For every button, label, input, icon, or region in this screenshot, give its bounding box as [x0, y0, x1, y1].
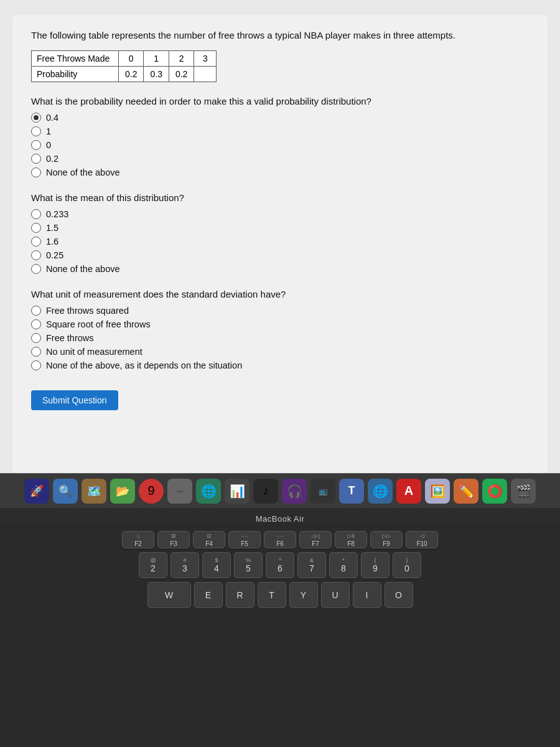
submit-button[interactable]: Submit Question [31, 390, 118, 410]
key-7[interactable]: & 7 [297, 552, 326, 578]
key-f8[interactable]: ▷II F8 [335, 531, 367, 548]
macbook-label: MacBook Air [256, 514, 304, 524]
key-f6[interactable]: ·∴· F6 [264, 531, 296, 548]
dock-icon-camera[interactable]: 🎬 [511, 479, 536, 504]
q1-option-4[interactable]: 0.2 [31, 154, 529, 164]
key-f8-icon: ▷II [347, 533, 355, 539]
q3-option-1[interactable]: Free throws squared [31, 306, 529, 316]
q2-radio-2[interactable] [31, 223, 41, 233]
key-f10[interactable]: ◁ F10 [406, 531, 438, 548]
q3-radio-4[interactable] [31, 347, 41, 357]
dock-area: 🚀 🔍 🗺️ 📂 9 ··· 🌐 📊 ♪ 🎧 📺 T 🌐 A 🖼️ ✏️ ⭕ 🎬… [0, 473, 560, 747]
q2-radio-1[interactable] [31, 209, 41, 219]
q3-radio-3[interactable] [31, 333, 41, 343]
q3-label-5: None of the above, as it depends on the … [46, 360, 242, 370]
dock-icon-image[interactable]: 🖼️ [425, 479, 450, 504]
q2-radio-5[interactable] [31, 264, 41, 274]
q3-option-5[interactable]: None of the above, as it depends on the … [31, 360, 529, 370]
q1-option-5[interactable]: None of the above [31, 167, 529, 177]
dock-icon-music-note[interactable]: ♪ [253, 479, 278, 504]
key-0[interactable]: ) 0 [393, 552, 421, 578]
q2-option-4[interactable]: 0.25 [31, 250, 529, 260]
table-prob-2: 0.2 [169, 67, 194, 82]
key-2[interactable]: @ 2 [139, 552, 167, 578]
fn-row: ☼ F2 ⊞ F3 ⊟ F4 ·∴· F5 ·∴· F6 ◁◁ F7 [12, 531, 548, 548]
dock-icon-globe2[interactable]: 🌐 [368, 479, 393, 504]
q1-option-2[interactable]: 1 [31, 126, 529, 136]
key-6[interactable]: ^ 6 [266, 552, 294, 578]
q3-option-2[interactable]: Square root of free throws [31, 319, 529, 329]
q2-option-5[interactable]: None of the above [31, 264, 529, 274]
key-4[interactable]: $ 4 [202, 552, 231, 578]
key-f5[interactable]: ·∴· F5 [228, 531, 261, 548]
key-f10-icon: ◁ [420, 533, 424, 539]
q3-option-3[interactable]: Free throws [31, 333, 529, 343]
dock-icon-headphones[interactable]: 🎧 [282, 479, 307, 504]
probability-table: Free Throws Made 0 1 2 3 Probability 0.2… [31, 50, 217, 82]
key-5[interactable]: % 5 [234, 552, 263, 578]
dock-icon-num[interactable]: 9 [139, 479, 164, 504]
key-f4[interactable]: ⊟ F4 [193, 531, 225, 548]
dock-icon-pen[interactable]: ✏️ [454, 479, 478, 504]
key-f7[interactable]: ◁◁ F7 [299, 531, 332, 548]
key-W[interactable]: W [147, 582, 191, 608]
key-f9[interactable]: ▷▷ F9 [370, 531, 403, 548]
key-Y[interactable]: Y [289, 582, 318, 608]
dock-icon-photo[interactable]: 🗺️ [82, 479, 106, 504]
q3-radio-1[interactable] [31, 306, 41, 316]
q1-option-1[interactable]: 0.4 [31, 113, 529, 123]
key-f3[interactable]: ⊞ F3 [157, 531, 190, 548]
key-8[interactable]: * 8 [329, 552, 358, 578]
key-f2[interactable]: ☼ F2 [122, 531, 154, 548]
key-T[interactable]: T [258, 582, 286, 608]
key-9[interactable]: ( 9 [361, 552, 390, 578]
num-row: @ 2 # 3 $ 4 % 5 ^ 6 & 7 [12, 552, 548, 578]
dock-icon-finder[interactable]: 🔍 [53, 479, 78, 504]
key-f3-label: F3 [170, 540, 177, 547]
key-f4-label: F4 [205, 540, 213, 547]
key-0-top: ) [406, 557, 408, 563]
key-6-top: ^ [279, 557, 281, 563]
q2-radio-4[interactable] [31, 250, 41, 260]
key-f8-label: F8 [347, 540, 355, 547]
key-f6-icon: ·∴· [276, 533, 283, 539]
dock-icon-earth[interactable]: 🌐 [196, 479, 221, 504]
key-2-top: @ [150, 557, 156, 563]
question-3: What unit of measurement does the standa… [31, 289, 529, 370]
q2-option-2[interactable]: 1.5 [31, 223, 529, 233]
key-9-bottom: 9 [373, 563, 378, 573]
table-row-label: Probability [32, 67, 119, 82]
q3-radio-2[interactable] [31, 319, 41, 329]
key-R[interactable]: R [226, 582, 254, 608]
q2-option-1[interactable]: 0.233 [31, 209, 529, 219]
dock-icon-rocket[interactable]: 🚀 [24, 479, 49, 504]
q1-radio-5[interactable] [31, 167, 41, 177]
dock-icon-T[interactable]: T [339, 479, 364, 504]
q1-radio-3[interactable] [31, 140, 41, 150]
q2-option-3[interactable]: 1.6 [31, 237, 529, 247]
q2-radio-3[interactable] [31, 237, 41, 247]
q1-radio-1[interactable] [31, 113, 41, 123]
key-T-label: T [269, 590, 274, 600]
q1-label-2: 1 [46, 126, 51, 136]
q1-option-3[interactable]: 0 [31, 140, 529, 150]
question-3-text: What unit of measurement does the standa… [31, 289, 529, 299]
q1-radio-4[interactable] [31, 154, 41, 164]
key-3[interactable]: # 3 [170, 552, 199, 578]
key-O[interactable]: O [385, 582, 413, 608]
q3-label-1: Free throws squared [46, 306, 129, 316]
key-I[interactable]: I [353, 582, 381, 608]
q1-radio-2[interactable] [31, 126, 41, 136]
dock-icon-dots[interactable]: ··· [167, 479, 192, 504]
key-Y-label: Y [301, 590, 306, 600]
key-8-top: * [342, 557, 345, 563]
q3-radio-5[interactable] [31, 360, 41, 370]
dock-icon-maps[interactable]: 📂 [110, 479, 135, 504]
key-E[interactable]: E [194, 582, 223, 608]
dock-icon-acrobat[interactable]: A [396, 479, 421, 504]
dock-icon-tv[interactable]: 📺 [310, 479, 335, 504]
dock-icon-circle[interactable]: ⭕ [482, 479, 507, 504]
key-U[interactable]: U [321, 582, 350, 608]
q3-option-4[interactable]: No unit of measurement [31, 347, 529, 357]
dock-icon-chart[interactable]: 📊 [225, 479, 250, 504]
